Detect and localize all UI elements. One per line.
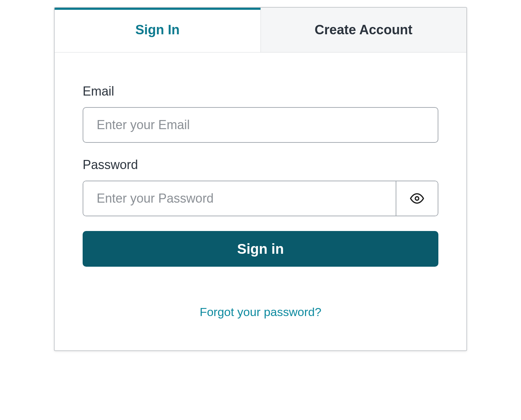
- forgot-password-link[interactable]: Forgot your password?: [83, 305, 438, 319]
- auth-tabs: Sign In Create Account: [55, 8, 466, 52]
- password-field[interactable]: [83, 181, 396, 216]
- toggle-password-visibility-button[interactable]: [396, 181, 438, 216]
- sign-in-button[interactable]: Sign in: [83, 231, 438, 267]
- eye-icon: [410, 191, 424, 205]
- password-label: Password: [83, 158, 438, 172]
- svg-point-0: [415, 197, 419, 200]
- password-wrapper: [83, 181, 438, 216]
- sign-in-form: Email Password Sign in Forgot your passw…: [55, 52, 466, 350]
- email-label: Email: [83, 84, 438, 99]
- password-group: Password: [83, 158, 438, 216]
- tab-create-account[interactable]: Create Account: [260, 8, 467, 52]
- email-field[interactable]: [83, 107, 438, 143]
- auth-card: Sign In Create Account Email Password Si: [54, 7, 467, 351]
- email-group: Email: [83, 84, 438, 143]
- tab-sign-in[interactable]: Sign In: [55, 8, 260, 52]
